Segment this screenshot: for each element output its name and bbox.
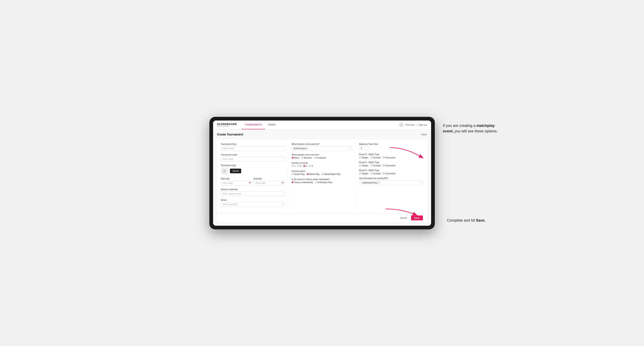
brand: SCOREBOARD Powered by clippit bbox=[217, 123, 237, 127]
round-1[interactable]: 1 bbox=[292, 165, 296, 167]
round2-singles[interactable]: Singles bbox=[359, 165, 368, 167]
nav-right: Test User | Sign out bbox=[399, 123, 427, 127]
tab-teams[interactable]: TEAMS bbox=[265, 121, 278, 130]
tournament-logo-group: Tournament logo Upload bbox=[221, 164, 285, 175]
page-title: Create Tournament bbox=[217, 133, 243, 136]
round2-fourball[interactable]: Fourball bbox=[370, 165, 380, 167]
division-select-wrapper: NCAA Division I bbox=[292, 146, 352, 151]
max-team-size-label: Maximum Team Size bbox=[359, 143, 423, 145]
gender-mens[interactable]: Mens bbox=[292, 157, 299, 159]
end-date-wrapper bbox=[254, 181, 285, 185]
division-label: Which division is the event for? bbox=[292, 143, 352, 145]
avatar bbox=[399, 123, 404, 127]
logo-placeholder bbox=[221, 167, 228, 175]
scoring-stroke[interactable]: Stroke Play bbox=[292, 173, 305, 175]
save-button[interactable]: Save bbox=[411, 215, 423, 220]
tablet-screen: SCOREBOARD Powered by clippit TOURNAMENT… bbox=[213, 121, 431, 226]
date-row: Start date End date bbox=[221, 177, 285, 185]
rounds-radio-group: 1 2 3 bbox=[292, 165, 352, 167]
round3-foursomes[interactable]: Foursomes bbox=[382, 173, 396, 175]
round3-label: Round 3 - Match Type bbox=[359, 169, 423, 172]
cancel-button[interactable]: Cancel bbox=[398, 215, 410, 220]
api-group: Use third-party live scoring API? Leader… bbox=[359, 177, 423, 185]
form-footer: Cancel Save bbox=[217, 213, 427, 222]
sponsor-label: Sponsor (optional) bbox=[221, 188, 285, 190]
round1-fourball[interactable]: Fourball bbox=[370, 157, 380, 159]
venue-label: Venue bbox=[221, 199, 285, 201]
round3-singles[interactable]: Singles bbox=[359, 173, 368, 175]
tournament-logo-label: Tournament logo bbox=[221, 164, 285, 167]
round2-radios: Singles Fourball Foursomes bbox=[359, 165, 423, 167]
tournament-host-group: Tournament Host bbox=[221, 143, 285, 151]
teams-option[interactable]: Teams (+Individuals) bbox=[292, 181, 313, 183]
round2-foursomes[interactable]: Foursomes bbox=[382, 165, 396, 167]
form-col-2: Which division is the event for? NCAA Di… bbox=[288, 143, 356, 209]
rounds-group: Number of rounds 1 2 bbox=[292, 162, 352, 167]
round2-match-type: Round 2 - Match Type Singles Fourball bbox=[359, 161, 423, 167]
logo-upload-area: Upload bbox=[221, 167, 285, 175]
gender-group: Which gender is the event for? Mens Wome… bbox=[292, 154, 352, 159]
individuals-option[interactable]: Individuals Only bbox=[315, 181, 332, 183]
tournament-host-input[interactable] bbox=[221, 146, 285, 151]
start-date-group: Start date bbox=[221, 177, 252, 185]
api-select-wrapper[interactable]: Leaderboard King ✕ ▾ bbox=[359, 180, 423, 185]
teams-radio-group: Teams (+Individuals) Individuals Only bbox=[292, 181, 352, 183]
round1-match-type: Round 1 - Match Type Singles Fourball bbox=[359, 153, 423, 159]
sponsor-group: Sponsor (optional) bbox=[221, 188, 285, 196]
start-date-input[interactable] bbox=[221, 181, 252, 185]
content-header: Create Tournament Back bbox=[217, 133, 427, 136]
user-name: Test User bbox=[405, 124, 415, 126]
teams-label: Is this event for Teams and/or Individua… bbox=[292, 178, 352, 180]
main-content: Create Tournament Back Tournament Host T… bbox=[213, 130, 431, 226]
sponsor-input[interactable] bbox=[221, 191, 285, 196]
max-team-size-input[interactable] bbox=[359, 146, 369, 150]
scoring-match[interactable]: Match Play bbox=[307, 173, 320, 175]
upload-button[interactable]: Upload bbox=[230, 169, 241, 173]
gender-radio-group: Mens Womens Combined bbox=[292, 157, 352, 159]
gender-combined[interactable]: Combined bbox=[314, 157, 326, 159]
tournament-host-label: Tournament Host bbox=[221, 143, 285, 145]
round3-radios: Singles Fourball Foursomes bbox=[359, 173, 423, 175]
division-group: Which division is the event for? NCAA Di… bbox=[292, 143, 352, 151]
annotation-bottom: Complete and hit Save. bbox=[447, 218, 500, 223]
end-date-label: End date bbox=[254, 177, 285, 180]
round1-foursomes[interactable]: Foursomes bbox=[382, 157, 396, 159]
brand-subtitle: Powered by clippit bbox=[217, 125, 237, 127]
api-dropdown-icon: ▾ bbox=[420, 182, 422, 184]
end-date-group: End date bbox=[254, 177, 285, 185]
start-date-wrapper bbox=[221, 181, 252, 185]
sign-out-link[interactable]: Sign out bbox=[418, 124, 427, 126]
nav-tabs: TOURNAMENTS TEAMS bbox=[242, 121, 278, 130]
form-container: Tournament Host Tournament name Tourname… bbox=[217, 139, 427, 213]
tournament-name-group: Tournament name bbox=[221, 154, 285, 162]
tablet-frame: SCOREBOARD Powered by clippit TOURNAMENT… bbox=[210, 117, 435, 229]
svg-point-1 bbox=[224, 170, 224, 171]
round-3[interactable]: 3 bbox=[303, 165, 307, 167]
tab-tournaments[interactable]: TOURNAMENTS bbox=[242, 121, 265, 130]
round-2[interactable]: 2 bbox=[297, 165, 301, 167]
division-select[interactable]: NCAA Division I bbox=[292, 146, 352, 151]
round3-match-type: Round 3 - Match Type Singles Fourball bbox=[359, 169, 423, 175]
round1-singles[interactable]: Singles bbox=[359, 157, 368, 159]
nav-left: SCOREBOARD Powered by clippit TOURNAMENT… bbox=[217, 121, 278, 130]
round1-radios: Singles Fourball Foursomes bbox=[359, 157, 423, 159]
back-button[interactable]: Back bbox=[420, 133, 427, 136]
round1-label: Round 1 - Match Type bbox=[359, 153, 423, 156]
gender-womens[interactable]: Womens bbox=[301, 157, 312, 159]
api-tag-close[interactable]: ✕ bbox=[378, 182, 379, 184]
scoring-group: Scoring system Stroke Play Match Play bbox=[292, 170, 352, 175]
end-date-input[interactable] bbox=[254, 181, 285, 185]
annotation-right: If you are creating a matchplay event, y… bbox=[443, 123, 500, 134]
pipe-separator: | bbox=[416, 124, 417, 126]
brand-title: SCOREBOARD bbox=[217, 123, 237, 125]
round-4[interactable]: 4 bbox=[309, 165, 313, 167]
round3-fourball[interactable]: Fourball bbox=[370, 173, 380, 175]
scoring-radio-group: Stroke Play Match Play Medal Match Play bbox=[292, 173, 352, 175]
start-date-label: Start date bbox=[221, 177, 252, 180]
tournament-name-input[interactable] bbox=[221, 157, 285, 162]
scoring-label: Scoring system bbox=[292, 170, 352, 172]
venue-input[interactable] bbox=[221, 202, 285, 207]
scoring-medal[interactable]: Medal Match Play bbox=[322, 173, 340, 175]
date-group: Start date End date bbox=[221, 177, 285, 185]
api-label: Use third-party live scoring API? bbox=[359, 177, 423, 179]
